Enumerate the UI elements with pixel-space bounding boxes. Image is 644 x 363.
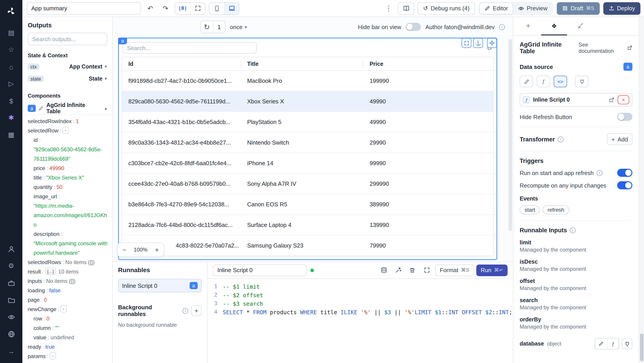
table-row[interactable]: c303bce7-cb2e-42c6-8fdf-6aa01fc4e4...iPh… [122, 153, 493, 174]
state-row[interactable]: state State ▾ [22, 73, 112, 85]
code-editor[interactable]: 1-- $1 limit2-- $2 offset3-- $3 search4S… [208, 279, 513, 363]
output-tree-row[interactable]: result:[...]10 items [27, 267, 108, 277]
ai-assist-button[interactable] [392, 264, 404, 276]
debug-runs-button[interactable]: ↺ Debug runs (4) [418, 2, 475, 15]
column-header[interactable]: Price [363, 60, 493, 68]
globe-icon[interactable] [4, 326, 19, 341]
more-menu-button[interactable]: ⋮ [383, 3, 394, 14]
zoom-out-button[interactable]: − [118, 243, 131, 256]
info-icon[interactable]: i [183, 308, 188, 313]
static-mode-button[interactable] [520, 76, 533, 87]
deploy-button[interactable]: Deploy [603, 2, 640, 15]
output-tree-row[interactable]: "https://m.media-amazon.com/images/I/61J… [27, 201, 108, 230]
home-icon[interactable]: ⌂ [4, 59, 19, 74]
canvas-body[interactable]: a ⚓ ↻ [113, 37, 513, 261]
delete-script-button[interactable] [407, 264, 418, 276]
script-mode-button[interactable]: <> [554, 76, 567, 87]
window-scrollbar[interactable] [639, 17, 644, 363]
output-tree-row[interactable]: ready:true [27, 342, 108, 352]
resources-icon[interactable]: ✱ [4, 110, 19, 125]
database-button[interactable] [378, 264, 390, 276]
output-tree-row[interactable]: selectedRowIndex:1 [27, 117, 108, 126]
table-row[interactable]: 4c83-8022-5e70a07a2...Samsung Galaxy S23… [122, 235, 493, 256]
run-button[interactable]: Run ⌘↵ [476, 264, 508, 276]
zoom-in-button[interactable]: + [150, 243, 164, 256]
see-documentation-link[interactable]: See documentation [578, 42, 632, 54]
frequency-select[interactable]: once ▾ [230, 24, 247, 30]
edit-database-button[interactable] [595, 338, 607, 349]
format-button[interactable]: Format ⌘S [435, 264, 474, 276]
draft-button[interactable]: Draft ⌘S [557, 2, 600, 15]
output-tree-row[interactable]: description: [27, 230, 108, 239]
hide-bar-toggle[interactable] [406, 23, 421, 31]
attached-script-row[interactable]: ƒ Inline Script 0 × [520, 93, 632, 107]
notebook-icon[interactable]: ▤ [4, 25, 19, 40]
refresh-app-button[interactable]: ↻ [201, 21, 213, 33]
folders-icon[interactable] [4, 292, 19, 307]
component-outputs-row[interactable]: a AgGrid Infinite Table ▴ [22, 102, 112, 115]
anchor-component-button[interactable]: ⚓ [473, 38, 483, 48]
connect-mode-button[interactable] [575, 76, 588, 87]
fullscreen-button[interactable] [190, 3, 205, 14]
docs-button[interactable] [398, 2, 414, 15]
table-row[interactable]: b3e864c8-7fe3-4270-89e9-54c12038...Canon… [122, 194, 493, 215]
expand-editor-button[interactable] [421, 264, 433, 276]
template-mode-button[interactable]: ƒ [537, 76, 550, 87]
output-tree-row[interactable]: selectedRow:- [27, 126, 108, 136]
output-tree-row[interactable]: price:49990 [27, 164, 108, 173]
insert-component-tab[interactable]: + [515, 17, 541, 35]
run-on-start-toggle[interactable] [617, 169, 632, 177]
output-tree-row[interactable]: params:- [27, 352, 108, 361]
user-icon[interactable] [4, 241, 19, 256]
split-view-button[interactable]: |0| [175, 3, 190, 14]
detach-script-button[interactable]: × [618, 95, 629, 104]
table-row[interactable]: 2128adca-7fc6-44bd-800c-dc115df6ac...Sur… [122, 215, 493, 235]
template-database-button[interactable]: ƒ [607, 338, 618, 349]
usage-icon[interactable]: $ [4, 93, 19, 108]
workers-icon[interactable] [4, 275, 19, 290]
column-header[interactable]: Id [122, 60, 241, 68]
output-tree-row[interactable]: page:0 [27, 295, 108, 305]
output-tree-row[interactable]: newChange:- [27, 305, 108, 314]
info-icon[interactable]: i [570, 227, 576, 233]
settings-icon[interactable]: ⚙ [4, 258, 19, 273]
table-row[interactable]: 89c0a336-1343-4812-ac34-e4bb8e27...Ninte… [122, 133, 493, 153]
output-tree-row[interactable]: title:"Xbox Series X" [27, 173, 108, 183]
table-search-input[interactable] [122, 42, 257, 54]
connect-database-button[interactable] [622, 338, 632, 349]
editor-tab[interactable]: Editor [480, 3, 513, 14]
theme-tab[interactable] [567, 17, 593, 35]
windmill-logo-icon[interactable] [4, 4, 19, 19]
schedules-icon[interactable]: ▦ [4, 127, 19, 142]
mobile-view-button[interactable] [209, 3, 224, 14]
table-row[interactable]: 829ca080-5630-4562-9d5e-7611199d...Xbox … [122, 91, 493, 112]
open-script-icon[interactable] [609, 97, 614, 103]
app-summary-input[interactable] [27, 2, 141, 15]
script-name-input[interactable] [213, 264, 307, 276]
output-tree-row[interactable]: loading:false [27, 286, 108, 295]
output-tree-row[interactable]: id: [27, 136, 108, 145]
output-tree-row[interactable]: quantity:50 [27, 183, 108, 192]
undo-button[interactable]: ↶ [144, 3, 156, 14]
component-settings-tab[interactable]: ❖ [541, 17, 567, 35]
output-tree-row[interactable]: column:"" [27, 324, 108, 333]
runnable-item[interactable]: Inline Script 0 a [118, 279, 202, 292]
info-icon[interactable]: i [499, 24, 505, 30]
column-header[interactable]: Title [241, 60, 363, 68]
recompute-toggle[interactable] [617, 181, 632, 189]
runs-icon[interactable]: ▷ [4, 76, 19, 91]
expand-component-button[interactable] [462, 38, 471, 48]
output-tree-row[interactable]: selectedRows:No items ([]) [27, 258, 108, 267]
preview-tab[interactable]: Preview [513, 3, 552, 14]
logs-icon[interactable] [4, 309, 19, 324]
output-tree-row[interactable]: inputs:No items ([]) [27, 277, 108, 286]
add-transformer-button[interactable]: + Add [607, 133, 632, 145]
move-component-button[interactable] [487, 38, 497, 48]
output-tree-row[interactable]: "Microsoft gaming console with powerful … [27, 239, 108, 258]
table-row[interactable]: f991898d-cb27-4ac7-b10c-0b9050ce1...MacB… [122, 71, 493, 91]
search-outputs-input[interactable] [28, 33, 107, 45]
collapse-icon[interactable]: → [4, 343, 19, 358]
table-row[interactable]: 354f6afd-43ac-4321-b1bc-0b5e5adcb...Play… [122, 112, 493, 133]
info-icon[interactable]: i [596, 170, 602, 176]
redo-button[interactable]: ↷ [160, 3, 171, 14]
